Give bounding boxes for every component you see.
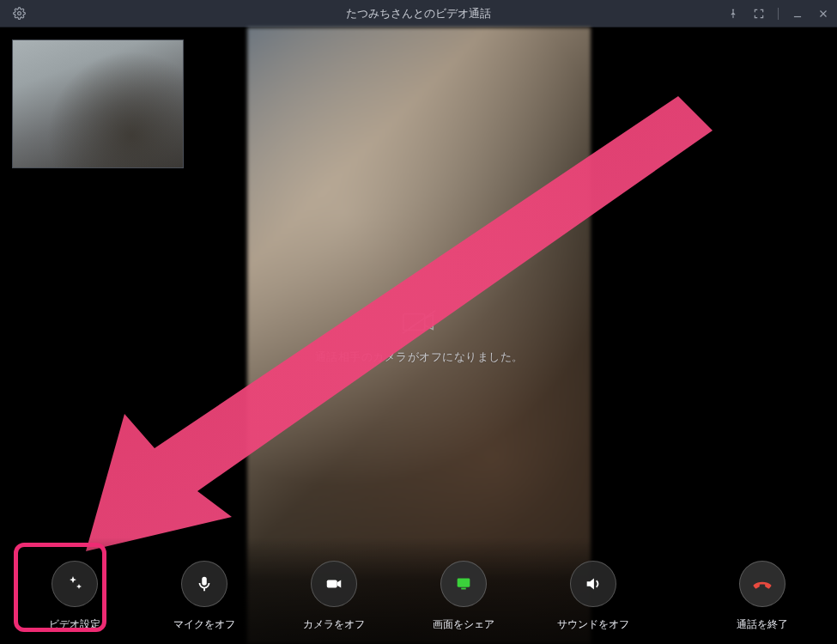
minimize-button[interactable] [791, 7, 804, 21]
divider [778, 8, 779, 20]
camera-off-icon [399, 307, 439, 337]
video-settings-button[interactable]: ビデオ設定 [10, 538, 140, 644]
end-call-button[interactable]: 通話を終了 [697, 538, 827, 644]
end-call-label: 通話を終了 [737, 617, 788, 632]
video-call-window: たつみちさんとのビデオ通話 [0, 0, 837, 644]
titlebar-right [726, 7, 837, 21]
mic-toggle-label: マイクをオフ [173, 617, 235, 632]
sparkle-icon [52, 561, 98, 607]
svg-rect-2 [403, 313, 425, 330]
pin-icon[interactable] [726, 7, 740, 21]
mic-toggle-button[interactable]: マイクをオフ [140, 538, 270, 644]
titlebar: たつみちさんとのビデオ通話 [0, 0, 837, 27]
self-view[interactable] [12, 39, 184, 168]
speaker-icon [570, 561, 616, 607]
close-button[interactable] [816, 7, 830, 21]
window-title: たつみちさんとのビデオ通話 [0, 6, 837, 21]
camera-toggle-button[interactable]: カメラをオフ [270, 538, 399, 644]
svg-rect-7 [327, 580, 337, 587]
camera-toggle-label: カメラをオフ [303, 617, 365, 632]
video-settings-label: ビデオ設定 [49, 617, 100, 632]
svg-point-0 [17, 12, 21, 15]
call-toolbar: ビデオ設定 マイクをオフ [0, 538, 837, 644]
camera-icon [311, 561, 357, 607]
svg-rect-8 [458, 579, 470, 587]
svg-rect-9 [462, 588, 467, 590]
sound-toggle-label: サウンドをオフ [557, 617, 629, 632]
svg-rect-5 [203, 577, 208, 586]
microphone-icon [181, 561, 227, 607]
titlebar-left [0, 7, 26, 21]
camera-off-message: 通話相手のカメラがオフになりました。 [315, 349, 524, 365]
hangup-icon [739, 561, 785, 607]
svg-rect-1 [794, 15, 801, 16]
share-screen-label: 画面をシェア [433, 617, 494, 632]
call-stage: 通話相手のカメラがオフになりました。 ビデオ設定 [0, 27, 837, 644]
share-screen-button[interactable]: 画面をシェア [399, 538, 529, 644]
fullscreen-icon[interactable] [752, 7, 766, 21]
screen-icon [440, 561, 487, 607]
sound-toggle-button[interactable]: サウンドをオフ [529, 538, 658, 644]
gear-icon[interactable] [12, 7, 26, 21]
